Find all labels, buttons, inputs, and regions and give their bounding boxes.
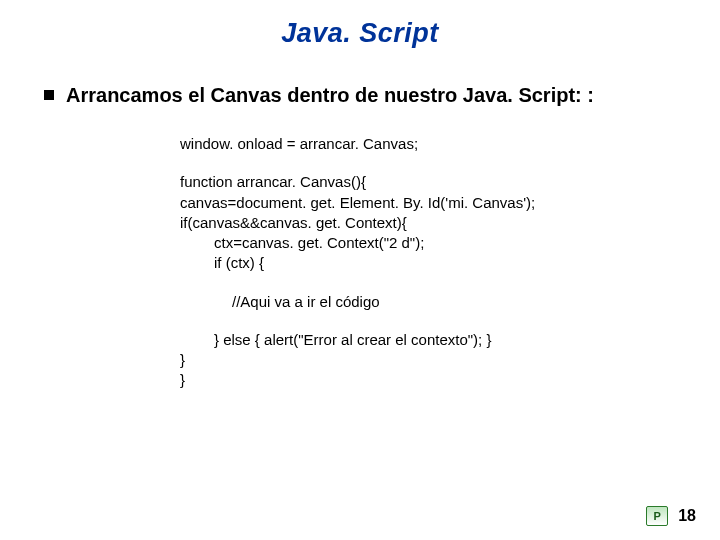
code-line: if(canvas&&canvas. get. Context){: [180, 213, 680, 233]
code-line: if (ctx) {: [180, 253, 680, 273]
bullet-square-icon: [44, 90, 54, 100]
code-line: ctx=canvas. get. Context("2 d");: [180, 233, 680, 253]
code-line: window. onload = arrancar. Canvas;: [180, 134, 680, 154]
page-number: 18: [678, 507, 696, 525]
footer: 18: [646, 506, 696, 526]
code-line: }: [180, 350, 680, 370]
code-line: }: [180, 370, 680, 390]
logo-icon: [646, 506, 668, 526]
slide: Java. Script Arrancamos el Canvas dentro…: [0, 0, 720, 540]
code-line: canvas=document. get. Element. By. Id('m…: [180, 193, 680, 213]
bullet-item: Arrancamos el Canvas dentro de nuestro J…: [40, 83, 680, 108]
code-line: function arrancar. Canvas(){: [180, 172, 680, 192]
slide-title: Java. Script: [40, 18, 680, 49]
bullet-text: Arrancamos el Canvas dentro de nuestro J…: [66, 83, 594, 108]
code-block: window. onload = arrancar. Canvas; funct…: [180, 134, 680, 391]
code-comment: //Aqui va a ir el código: [180, 292, 680, 312]
code-line: } else { alert("Error al crear el contex…: [180, 330, 680, 350]
